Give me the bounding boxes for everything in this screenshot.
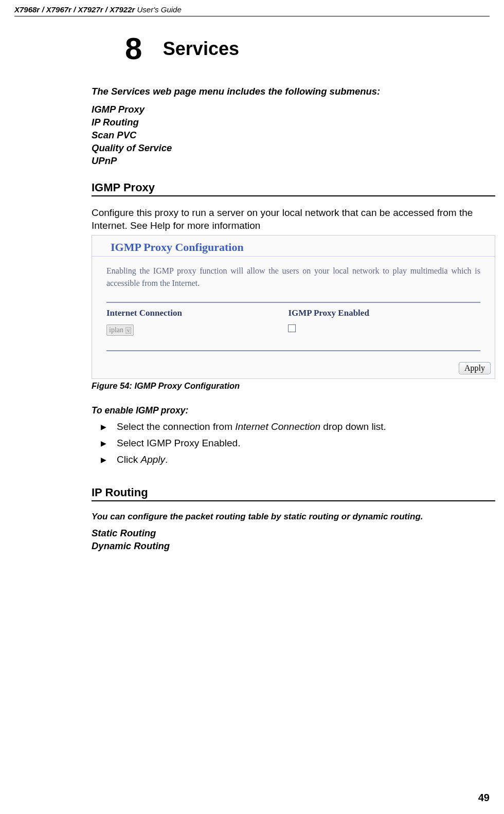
header-models: X7968r / X7967r / X7927r / X7922r xyxy=(14,5,135,14)
routing-item: Dynamic Routing xyxy=(92,540,495,553)
section-body: Configure this proxy to run a server on … xyxy=(92,207,495,232)
page-number: 49 xyxy=(478,792,490,804)
step-text: Select IGMP Proxy Enabled. xyxy=(117,438,240,449)
submenu-item: UPnP xyxy=(92,155,495,168)
steps-heading: To enable IGMP proxy: xyxy=(92,405,495,416)
screenshot-igmp-config: IGMP Proxy Configuration Enabling the IG… xyxy=(92,235,495,379)
bullet-icon: ▶ xyxy=(101,439,106,449)
chapter-title: Services xyxy=(163,38,239,60)
step-item: ▶ Select IGMP Proxy Enabled. xyxy=(101,438,495,449)
screenshot-description: Enabling the IGMP proxy function will al… xyxy=(92,265,495,290)
submenu-item: IGMP Proxy xyxy=(92,103,495,116)
screenshot-title: IGMP Proxy Configuration xyxy=(92,236,495,257)
bullet-icon: ▶ xyxy=(101,456,106,465)
chapter-heading: 8 Services xyxy=(92,31,495,66)
submenu-item: Scan PVC xyxy=(92,129,495,142)
igmp-enabled-label: IGMP Proxy Enabled xyxy=(288,308,467,318)
chevron-down-icon: v xyxy=(125,327,131,334)
figure-caption: Figure 54: IGMP Proxy Configuration xyxy=(92,381,495,391)
section2-intro: You can configure the packet routing tab… xyxy=(92,512,495,522)
step-item: ▶ Select the connection from Internet Co… xyxy=(101,421,495,432)
routing-item: Static Routing xyxy=(92,527,495,540)
igmp-enabled-checkbox[interactable] xyxy=(288,324,296,332)
internet-connection-label: Internet Connection xyxy=(106,308,286,318)
header-guide: User's Guide xyxy=(135,5,181,14)
step-text: Click Apply. xyxy=(117,454,168,465)
bullet-icon: ▶ xyxy=(101,423,106,432)
step-text: Select the connection from Internet Conn… xyxy=(117,421,386,432)
section-heading-iprouting: IP Routing xyxy=(92,486,495,501)
select-value: iplan xyxy=(109,326,123,334)
apply-button[interactable]: Apply xyxy=(459,362,491,374)
submenu-item: Quality of Service xyxy=(92,142,495,155)
section-heading-igmp: IGMP Proxy xyxy=(92,181,495,196)
page-header: X7968r / X7967r / X7927r / X7922r User's… xyxy=(14,5,490,16)
submenu-item: IP Routing xyxy=(92,116,495,129)
intro-text: The Services web page menu includes the … xyxy=(92,86,495,97)
chapter-number: 8 xyxy=(125,31,142,66)
internet-connection-select[interactable]: iplan v xyxy=(106,324,134,336)
step-item: ▶ Click Apply. xyxy=(101,454,495,465)
